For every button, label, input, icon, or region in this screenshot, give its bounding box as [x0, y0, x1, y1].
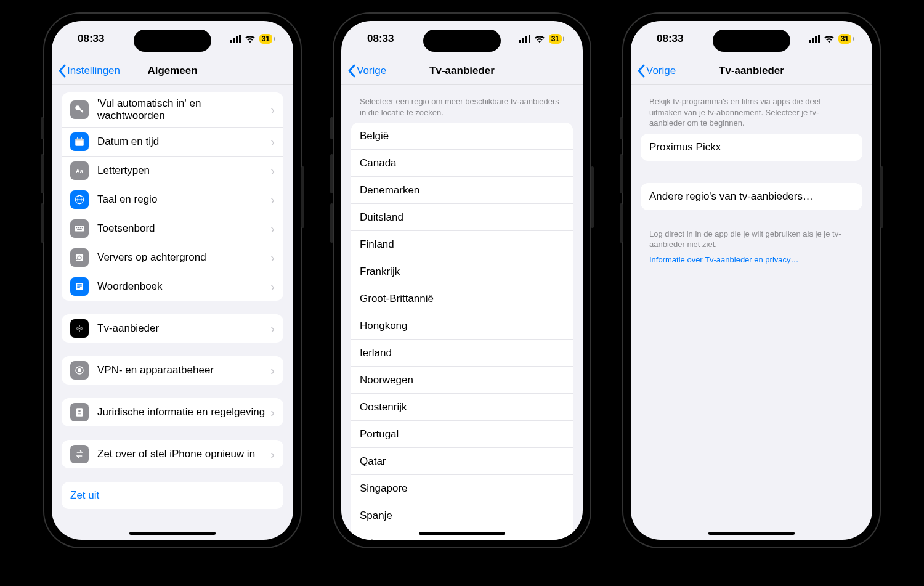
settings-row-globe[interactable]: Taal en regio› — [62, 185, 283, 214]
cellular-signal-icon — [230, 35, 241, 43]
provider-row[interactable]: Proximus Pickx — [641, 134, 862, 161]
region-label: Taiwan — [360, 537, 564, 540]
settings-row-book[interactable]: Woordenboek› — [62, 272, 283, 301]
region-row[interactable]: Oostenrijk — [351, 394, 573, 421]
settings-row-key[interactable]: 'Vul automatisch in' en wachtwoorden› — [62, 92, 283, 128]
region-row[interactable]: België — [351, 123, 573, 150]
region-row[interactable]: Hongkong — [351, 312, 573, 340]
status-time: 08:33 — [657, 33, 683, 45]
chevron-left-icon — [58, 64, 66, 78]
wifi-icon — [824, 35, 835, 43]
region-row[interactable]: Singapore — [351, 475, 573, 502]
svg-rect-0 — [230, 40, 232, 43]
chevron-right-icon: › — [270, 280, 275, 293]
settings-row-vpn[interactable]: VPN- en apparaatbeheer› — [62, 356, 283, 385]
region-row[interactable]: Portugal — [351, 421, 573, 448]
chevron-right-icon: › — [270, 136, 275, 148]
book-icon — [70, 277, 89, 296]
svg-rect-19 — [82, 227, 83, 229]
settings-row-tv[interactable]: Tv-aanbieder› — [62, 314, 283, 343]
region-label: Groot-Brittannië — [360, 293, 564, 305]
region-label: Canada — [360, 157, 564, 169]
wifi-icon — [245, 35, 256, 43]
region-row[interactable]: Spanje — [351, 502, 573, 529]
svg-rect-23 — [77, 284, 82, 285]
row-label: Datum en tijd — [97, 136, 270, 148]
svg-rect-18 — [80, 227, 81, 229]
svg-rect-21 — [76, 254, 83, 261]
svg-text:Aa: Aa — [76, 168, 84, 174]
svg-rect-8 — [75, 139, 84, 141]
region-row[interactable]: Ierland — [351, 340, 573, 367]
svg-rect-20 — [77, 229, 82, 230]
settings-row-refresh[interactable]: Ververs op achtergrond› — [62, 243, 283, 272]
nav-bar: Instellingen Algemeen — [52, 57, 293, 85]
svg-rect-24 — [77, 286, 82, 287]
back-label: Vorige — [357, 65, 386, 77]
settings-row-aa[interactable]: AaLettertypen› — [62, 157, 283, 185]
region-row[interactable]: Denemarken — [351, 177, 573, 204]
svg-rect-2 — [236, 36, 238, 43]
page-title: Tv-aanbieder — [429, 65, 495, 77]
footer-text: Log direct in in de app die je wilt gebr… — [641, 224, 862, 250]
shutdown-button[interactable]: Zet uit — [62, 482, 283, 509]
chevron-right-icon: › — [270, 222, 275, 235]
svg-rect-3 — [239, 35, 241, 43]
chevron-right-icon: › — [270, 165, 275, 177]
home-indicator[interactable] — [419, 532, 505, 535]
battery-indicator: 31 — [549, 34, 562, 44]
settings-row-calendar[interactable]: Datum en tijd› — [62, 128, 283, 157]
home-indicator[interactable] — [129, 532, 216, 535]
svg-rect-38 — [815, 36, 817, 43]
svg-rect-10 — [81, 137, 82, 140]
region-label: Noorwegen — [360, 374, 564, 386]
privacy-link[interactable]: Informatie over Tv-aanbieder en privacy… — [641, 250, 862, 264]
row-label: Tv-aanbieder — [97, 322, 270, 335]
region-row[interactable]: Frankrijk — [351, 258, 573, 285]
cellular-signal-icon — [809, 35, 820, 43]
svg-rect-25 — [77, 287, 80, 288]
row-label: Lettertypen — [97, 165, 270, 177]
svg-rect-36 — [809, 40, 811, 43]
svg-rect-32 — [519, 40, 521, 43]
shutdown-label: Zet uit — [70, 489, 275, 502]
section-header: Bekijk tv-programma's en films via apps … — [641, 85, 862, 134]
region-row[interactable]: Noorwegen — [351, 367, 573, 394]
region-label: Oostenrijk — [360, 401, 564, 413]
region-row[interactable]: Duitsland — [351, 204, 573, 231]
chevron-right-icon: › — [270, 448, 275, 460]
settings-row-legal[interactable]: Juridische informatie en regelgeving› — [62, 398, 283, 426]
aa-icon: Aa — [70, 161, 89, 180]
region-row[interactable]: Finland — [351, 231, 573, 258]
home-indicator[interactable] — [708, 532, 795, 535]
row-label: 'Vul automatisch in' en wachtwoorden — [97, 97, 270, 122]
settings-row-transfer[interactable]: Zet over of stel iPhone opnieuw in› — [62, 440, 283, 468]
svg-rect-1 — [233, 38, 235, 43]
back-button[interactable]: Instellingen — [58, 64, 120, 78]
other-regions-row[interactable]: Andere regio's van tv-aanbieders… — [641, 183, 862, 210]
region-row[interactable]: Groot-Brittannië — [351, 285, 573, 312]
region-label: België — [360, 130, 564, 142]
back-button[interactable]: Vorige — [637, 64, 676, 78]
battery-indicator: 31 — [259, 34, 272, 44]
region-label: Singapore — [360, 482, 564, 495]
legal-icon — [70, 403, 89, 421]
svg-rect-31 — [78, 415, 81, 415]
region-row[interactable]: Canada — [351, 150, 573, 177]
chevron-right-icon: › — [270, 406, 275, 418]
svg-point-27 — [78, 369, 81, 372]
region-label: Duitsland — [360, 211, 564, 224]
region-label: Hongkong — [360, 320, 564, 332]
chevron-left-icon — [347, 64, 355, 78]
region-row[interactable]: Qatar — [351, 448, 573, 475]
settings-row-keyboard[interactable]: Toetsenbord› — [62, 214, 283, 243]
page-title: Algemeen — [147, 65, 197, 77]
section-header: Selecteer een regio om meer beschikbare … — [351, 85, 573, 123]
chevron-right-icon: › — [270, 193, 275, 206]
region-label: Spanje — [360, 510, 564, 522]
row-label: VPN- en apparaatbeheer — [97, 364, 270, 376]
globe-icon — [70, 190, 89, 209]
back-button[interactable]: Vorige — [347, 64, 386, 78]
status-time: 08:33 — [367, 33, 394, 45]
provider-label: Proximus Pickx — [649, 141, 854, 153]
